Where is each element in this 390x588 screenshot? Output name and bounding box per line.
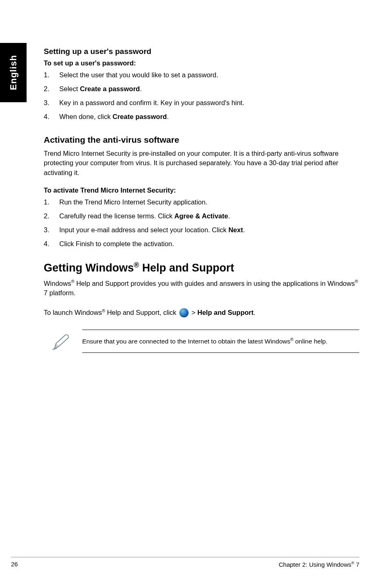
section2-heading: Activating the anti-virus software xyxy=(44,135,359,145)
chapter-label: Chapter 2: Using Windows® 7 xyxy=(279,561,359,568)
step-number: 4. xyxy=(44,239,59,249)
list-item: 3. Input your e-mail address and select … xyxy=(44,225,359,235)
section2-intro: Trend Micro Internet Security is pre-ins… xyxy=(44,149,359,177)
list-item: 1. Select the user that you would like t… xyxy=(44,70,359,80)
section1-heading: Setting up a user's password xyxy=(44,47,359,56)
list-item: 2. Select Create a password. xyxy=(44,84,359,94)
step-number: 4. xyxy=(44,112,59,121)
language-tab-label: English xyxy=(8,55,19,90)
windows-start-icon xyxy=(179,308,188,317)
page-number: 26 xyxy=(11,561,18,568)
step-number: 3. xyxy=(44,98,59,108)
step-number: 2. xyxy=(44,211,59,221)
step-text: Carefully read the license terms. Click … xyxy=(59,211,230,221)
step-number: 1. xyxy=(44,70,59,80)
page-content: Setting up a user's password To set up a… xyxy=(44,47,359,353)
launch-instruction: To launch Windows® Help and Support, cli… xyxy=(44,307,359,318)
step-text: Key in a password and confirm it. Key in… xyxy=(59,98,244,108)
step-text: Run the Trend Micro Internet Security ap… xyxy=(59,197,207,207)
section3-intro: Windows® Help and Support provides you w… xyxy=(44,278,359,298)
page-footer: 26 Chapter 2: Using Windows® 7 xyxy=(11,557,359,568)
list-item: 4. When done, click Create password. xyxy=(44,112,359,121)
list-item: 4. Click Finish to complete the activati… xyxy=(44,239,359,249)
list-item: 3. Key in a password and confirm it. Key… xyxy=(44,98,359,108)
step-text: Select the user that you would like to s… xyxy=(59,70,218,80)
section2-steps: 1. Run the Trend Micro Internet Security… xyxy=(44,197,359,249)
step-number: 2. xyxy=(44,84,59,94)
list-item: 1. Run the Trend Micro Internet Security… xyxy=(44,197,359,207)
list-item: 2. Carefully read the license terms. Cli… xyxy=(44,211,359,221)
step-text: Select Create a password. xyxy=(59,84,142,94)
step-text: Input your e-mail address and select you… xyxy=(59,225,245,235)
step-number: 1. xyxy=(44,197,59,207)
note-row: Ensure that you are connected to the Int… xyxy=(44,330,359,353)
step-text: When done, click Create password. xyxy=(59,112,169,121)
step-number: 3. xyxy=(44,225,59,235)
step-text: Click Finish to complete the activation. xyxy=(59,239,174,249)
section3-heading: Getting Windows® Help and Support xyxy=(44,261,359,274)
section1-subheading: To set up a user's password: xyxy=(44,59,359,67)
section2-subheading: To activate Trend Micro Internet Securit… xyxy=(44,186,359,194)
note-text: Ensure that you are connected to the Int… xyxy=(82,330,359,353)
pencil-icon xyxy=(52,331,69,351)
language-tab: English xyxy=(0,43,27,102)
section1-steps: 1. Select the user that you would like t… xyxy=(44,70,359,121)
